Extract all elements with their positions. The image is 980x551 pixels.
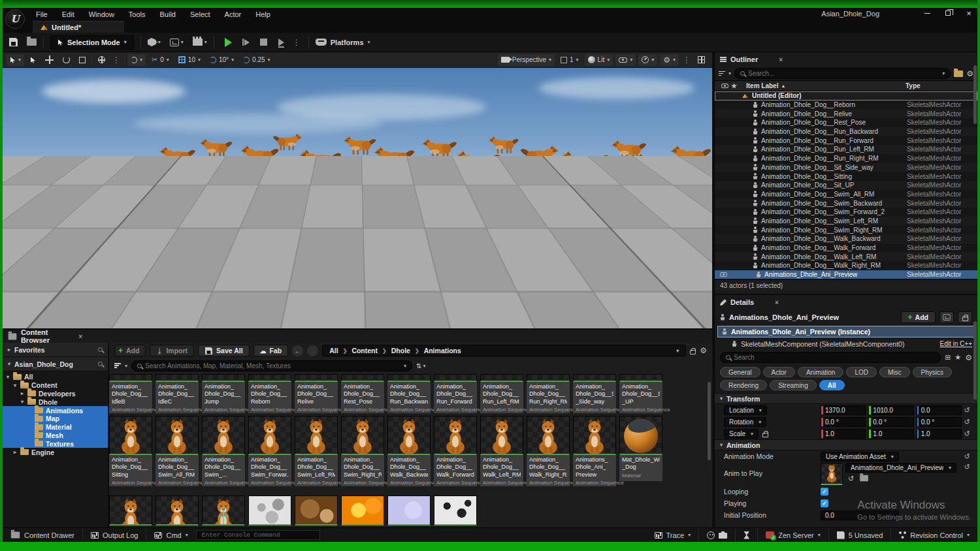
- scale-z-input[interactable]: 1.0: [917, 429, 962, 439]
- reset-icon[interactable]: ↺: [962, 418, 972, 426]
- tree-item-animations[interactable]: Animations: [3, 406, 108, 415]
- asset-tile[interactable]: Animation_Dhole_Dog__Swim_Forwar...Anima…: [248, 416, 291, 486]
- scale-x-input[interactable]: 1.0: [821, 429, 866, 439]
- menu-help[interactable]: Help: [248, 8, 278, 20]
- details-scrollbar[interactable]: [973, 321, 977, 400]
- menu-edit[interactable]: Edit: [55, 8, 82, 20]
- play-button[interactable]: [221, 35, 237, 50]
- asset-tile[interactable]: Animation_Dhole_Dog__SittingAnimation Se…: [109, 416, 152, 486]
- outliner-filter-icon[interactable]: [719, 71, 725, 76]
- viewport-settings-dropdown[interactable]: ⚙▾: [660, 54, 679, 66]
- asset-tile[interactable]: Animation_Dhole_Dog__Swim_All_RMAnimatio…: [155, 416, 199, 486]
- asset-tile[interactable]: Animation_Dhole_Dog__Rest_PoseAnimation …: [341, 374, 384, 413]
- lock-icon[interactable]: [690, 350, 696, 354]
- asset-tile[interactable]: Animation_Dhole_Dog__RebornAnimation Seq…: [248, 374, 291, 413]
- outliner-tab[interactable]: Outliner ×: [715, 52, 977, 67]
- outliner-row[interactable]: Animation_Dhole_Dog__Rest_PoseSkeletalMe…: [715, 118, 977, 127]
- menu-select[interactable]: Select: [183, 8, 218, 20]
- instance-row[interactable]: Animations_Dhole_Ani_Preview (Instance): [717, 326, 975, 338]
- component-row[interactable]: SkeletalMeshComponent (SkeletalMeshCompo…: [715, 338, 977, 349]
- asset-tile[interactable]: [341, 496, 384, 526]
- unsaved-button[interactable]: 5 Unsaved: [829, 528, 892, 542]
- tree-item-developers[interactable]: ▸Developers: [3, 390, 108, 398]
- favorites-section[interactable]: ▸Favorites: [3, 343, 108, 357]
- selection-mode-dropdown[interactable]: Selection Mode ▾: [50, 35, 134, 50]
- outliner-row[interactable]: Animation_Dhole_Dog__Run_BackwardSkeleta…: [715, 127, 977, 136]
- outliner-row[interactable]: Animation_Dhole_Dog__SittingSkeletalMesh…: [715, 172, 977, 181]
- outliner-settings-icon[interactable]: ⚙: [966, 70, 973, 78]
- outliner-row[interactable]: Animation_Dhole_Dog__Walk_BackwardSkelet…: [715, 234, 977, 244]
- tree-item-dhole[interactable]: ▾Dhole: [3, 398, 108, 406]
- menu-window[interactable]: Window: [82, 8, 122, 20]
- level-tab[interactable]: Untitled*: [33, 21, 124, 33]
- menu-build[interactable]: Build: [153, 8, 183, 20]
- outliner-row[interactable]: Animation_Dhole_Dog__Swim_BackwardSkelet…: [715, 198, 977, 208]
- outliner-row[interactable]: Animation_Dhole_Dog__Walk_ForwardSkeleta…: [715, 244, 977, 253]
- reset-icon[interactable]: ↺: [962, 463, 972, 471]
- outliner-row[interactable]: Animation_Dhole_Dog__RebornSkeletalMeshA…: [715, 101, 977, 110]
- asset-tile[interactable]: Animations_Dhole_Ani_PreviewAnimation Se…: [573, 416, 616, 486]
- new-folder-icon[interactable]: [954, 71, 963, 77]
- chip-misc[interactable]: Misc: [879, 367, 910, 377]
- rotate-tool[interactable]: [59, 54, 73, 66]
- move-tool[interactable]: [42, 54, 57, 66]
- visibility-eye-icon[interactable]: [720, 272, 727, 277]
- rotation-y-input[interactable]: 0.0 °: [868, 417, 913, 427]
- outliner-row[interactable]: Animation_Dhole_Dog__Swim_Right_RMSkelet…: [715, 225, 977, 234]
- transform-section-header[interactable]: ▾Transform: [715, 393, 977, 404]
- location-dropdown[interactable]: Location▾: [724, 405, 767, 415]
- asset-tile[interactable]: Animation_Dhole_Dog__Swim_Left_RMAnimati…: [295, 416, 338, 486]
- outliner-scrollbar[interactable]: [973, 65, 977, 124]
- zen-server-dropdown[interactable]: Zen Server▾: [758, 528, 828, 542]
- back-button[interactable]: ←: [292, 345, 303, 356]
- location-x-input[interactable]: 1370.0: [821, 405, 866, 415]
- outliner-row[interactable]: Animation_Dhole_Dog__Run_Left_RMSkeletal…: [715, 145, 977, 154]
- asset-tile[interactable]: [202, 496, 245, 526]
- chip-lod[interactable]: LOD: [846, 367, 877, 377]
- asset-tile[interactable]: Animation_Dhole_Dog__Run_Right_RMAnimati…: [527, 374, 570, 413]
- unreal-logo-icon[interactable]: U: [5, 9, 25, 29]
- menu-actor[interactable]: Actor: [218, 8, 249, 20]
- tree-item-engine[interactable]: ▸Engine: [3, 448, 108, 456]
- surface-snap-dropdown[interactable]: ▾: [127, 54, 146, 66]
- content-settings-icon[interactable]: ⚙: [700, 347, 707, 354]
- rotation-snap-value[interactable]: 10°▾: [206, 54, 237, 66]
- asset-grid-scrollbar[interactable]: [708, 382, 711, 460]
- asset-tile[interactable]: Animation_Dhole_Dog__Walk_Right_RMAnimat…: [527, 416, 570, 486]
- scale-y-input[interactable]: 1.0: [868, 429, 913, 439]
- content-browser-tab[interactable]: Content Browser ×: [3, 330, 88, 343]
- menu-tools[interactable]: Tools: [122, 8, 153, 20]
- asset-filter-icon[interactable]: [114, 363, 121, 368]
- camera-speed-dropdown[interactable]: ▾: [638, 54, 657, 66]
- asset-search-input[interactable]: Search Animations, Map, Material, Mesh, …: [131, 360, 412, 371]
- maximize-viewport-button[interactable]: [694, 54, 708, 66]
- chip-animation[interactable]: Animation: [798, 367, 843, 377]
- details-close-icon[interactable]: ×: [775, 299, 779, 306]
- tree-item-all[interactable]: ▾All: [3, 373, 108, 381]
- add-component-button[interactable]: +Add: [901, 311, 936, 323]
- tree-item-map[interactable]: Map: [3, 415, 108, 423]
- asset-tile[interactable]: Animation_Dhole_Dog__IdleCAnimation Sequ…: [155, 374, 199, 413]
- outliner-row[interactable]: Animation_Dhole_Dog__Swim_All_RMSkeletal…: [715, 190, 977, 199]
- console-command-input[interactable]: Enter Console Command: [196, 530, 320, 540]
- minimize-button[interactable]: [923, 8, 932, 18]
- favorites-icon[interactable]: ★: [955, 353, 961, 362]
- breadcrumb-content[interactable]: Content: [351, 347, 378, 354]
- scale-lock-icon[interactable]: [762, 433, 768, 437]
- reset-icon[interactable]: ↺: [962, 406, 972, 415]
- edit-in-cpp-link[interactable]: Edit in C++: [940, 340, 972, 347]
- animation-mode-dropdown[interactable]: Use Animation Asset▾: [821, 452, 899, 462]
- asset-tile[interactable]: [295, 496, 338, 526]
- asset-tile[interactable]: Animation_Dhole_Dog__Walk_Left_RMAnimati…: [480, 416, 523, 486]
- tree-item-textures[interactable]: Textures: [3, 439, 108, 448]
- rotation-z-input[interactable]: 0.0 °: [917, 417, 962, 427]
- world-space-toggle[interactable]: [95, 54, 108, 66]
- content-browser-close-icon[interactable]: ×: [78, 333, 82, 340]
- tree-item-mesh[interactable]: Mesh: [3, 432, 108, 440]
- viewport-options-menu[interactable]: ⋮: [681, 55, 692, 65]
- playing-checkbox[interactable]: ✓: [821, 499, 828, 507]
- rotation-dropdown[interactable]: Rotation▾: [724, 417, 766, 427]
- outliner-row[interactable]: Animation_Dhole_Dog__ReliveSkeletalMeshA…: [715, 109, 977, 118]
- project-section[interactable]: ▾Asian_Dhole_Dog: [3, 357, 108, 371]
- save-icon[interactable]: [9, 38, 18, 46]
